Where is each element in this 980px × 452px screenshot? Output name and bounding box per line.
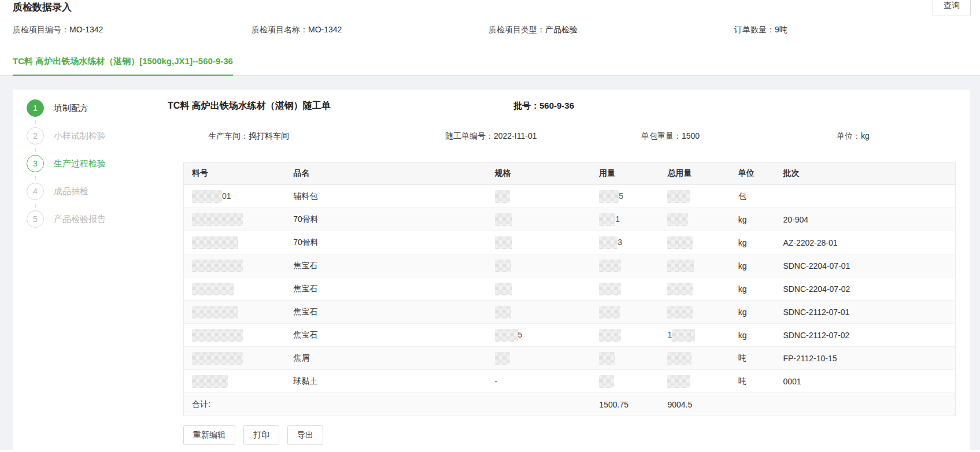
- cell-spec: 5: [487, 324, 591, 347]
- column-header: 品名: [285, 162, 486, 185]
- cell-code: 01: [184, 185, 286, 208]
- cell-batch: 20-904: [775, 208, 955, 231]
- info-label: 单包重量：: [641, 131, 682, 140]
- masked-fragment: 3: [617, 237, 622, 246]
- info-value: MO-1342: [69, 25, 103, 34]
- worksheet-title: TC料 高炉出铁场水练材（湛钢）随工单: [168, 99, 513, 112]
- cell-qty: [591, 277, 659, 301]
- step-item-小样试制检验[interactable]: 2小样试制检验: [27, 127, 168, 145]
- masked-value: [667, 283, 693, 295]
- cell-total: [659, 231, 730, 254]
- table-row: 焦宝石kgSDNC-2204-07-02: [184, 277, 956, 301]
- masked-value: [192, 190, 222, 203]
- project-info-row: 质检项目编号：MO-1342质检项目名称：MO-1342质检项目类型：产品检验订…: [0, 25, 980, 35]
- cell-batch: SDNC-2112-07-01: [775, 301, 955, 324]
- project-info-item: 质检项目类型：产品检验: [489, 25, 734, 35]
- step-label: 生产过程检验: [54, 158, 106, 169]
- masked-value: [667, 375, 690, 388]
- info-label: 单位：: [837, 131, 861, 140]
- step-label: 成品抽检: [54, 186, 88, 197]
- cell-name: 焦宝石: [285, 277, 486, 301]
- cell-unit: 包: [730, 185, 775, 208]
- step-item-产品检验报告[interactable]: 5产品检验报告: [27, 210, 168, 228]
- query-button[interactable]: 查询: [933, 0, 971, 16]
- cell-qty: 5: [591, 185, 659, 208]
- cell-total: [659, 254, 730, 277]
- worksheet-info-item: 单包重量：1500: [641, 131, 837, 141]
- step-label: 产品检验报告: [54, 214, 106, 225]
- step-connector: [27, 145, 168, 155]
- project-info-item: 质检项目名称：MO-1342: [252, 25, 489, 35]
- masked-value: [667, 260, 694, 272]
- action-button-导出[interactable]: 导出: [287, 425, 323, 445]
- cell-name: 焦屑: [285, 347, 486, 370]
- cell-spec: [487, 208, 591, 231]
- cell-qty: [591, 370, 659, 393]
- worksheet-info-row: 生产车间：捣打料车间随工单编号：2022-I11-01单包重量：1500单位：k…: [168, 131, 970, 141]
- step-connector-dash: [35, 203, 36, 208]
- cell-spec: [487, 185, 591, 208]
- masked-value: [599, 283, 621, 295]
- cell-batch: [775, 185, 955, 208]
- info-value: 捣打料车间: [249, 131, 289, 140]
- cell-spec: [487, 254, 591, 277]
- masked-fragment: 5: [518, 329, 523, 339]
- cell-unit: kg: [730, 324, 775, 347]
- table-body: 01辅料包5包70骨料1kg20-90470骨料3kgAZ-2202-28-01…: [184, 185, 956, 393]
- masked-value: [672, 329, 695, 342]
- materials-table: 料号品名规格用量总用量单位批次 01辅料包5包70骨料1kg20-90470骨料…: [183, 162, 956, 416]
- batch-value: 560-9-36: [539, 101, 574, 110]
- info-value: 1500: [682, 131, 700, 140]
- info-value: 2022-I11-01: [494, 131, 537, 140]
- masked-value: [192, 283, 234, 295]
- info-value: kg: [861, 131, 870, 140]
- cell-total: [659, 185, 730, 208]
- masked-value: [495, 306, 511, 318]
- info-label: 生产车间：: [208, 131, 249, 140]
- cell-code: [184, 208, 286, 231]
- masked-value: [495, 283, 512, 295]
- cell-batch: SDNC-2204-07-02: [775, 277, 955, 301]
- step-item-成品抽检[interactable]: 4成品抽检: [27, 183, 168, 200]
- step-connector-dash: [35, 148, 36, 152]
- step-number-icon: 3: [27, 155, 44, 172]
- info-value: MO-1342: [308, 25, 342, 34]
- masked-value: [667, 190, 690, 203]
- step-item-填制配方[interactable]: 1填制配方: [27, 99, 168, 117]
- cell-unit: kg: [730, 254, 775, 277]
- masked-value: [192, 329, 243, 342]
- cell-total: [659, 301, 730, 324]
- info-label: 质检项目编号：: [13, 25, 69, 34]
- step-item-生产过程检验[interactable]: 3生产过程检验: [27, 155, 168, 172]
- cell-total: [659, 277, 730, 301]
- cell-total: [659, 347, 730, 370]
- table-row: 球黏土-吨0001: [184, 370, 956, 393]
- table-header-row: 料号品名规格用量总用量单位批次: [184, 162, 956, 185]
- cell-qty: 1: [591, 208, 659, 231]
- step-label: 小样试制检验: [54, 131, 106, 142]
- cell-code: [184, 347, 286, 370]
- masked-value: [192, 375, 228, 388]
- masked-value: [599, 213, 615, 226]
- table-row: 01辅料包5包: [184, 185, 956, 208]
- masked-value: [495, 329, 518, 342]
- cell-code: [184, 324, 286, 347]
- cell-name: 辅料包: [285, 185, 486, 208]
- tab-worksheet[interactable]: TC料 高炉出铁场水练材（湛钢）[1500kg,JX1]--560-9-36: [13, 56, 233, 76]
- masked-value: [599, 375, 614, 388]
- info-label: 订单数量：: [734, 25, 775, 34]
- table-row: 焦宝石51kgSDNC-2112-07-02: [184, 324, 956, 347]
- sum-total: 9004.5: [659, 393, 730, 416]
- cell-spec: [487, 301, 591, 324]
- step-label: 填制配方: [54, 103, 88, 114]
- action-button-打印[interactable]: 打印: [243, 425, 279, 445]
- cell-unit: 吨: [730, 370, 775, 393]
- action-button-重新编辑[interactable]: 重新编辑: [183, 425, 235, 445]
- info-label: 随工单编号：: [445, 131, 494, 140]
- cell-name: 70骨料: [285, 231, 486, 254]
- process-stepper: 1填制配方2小样试制检验3生产过程检验4成品抽检5产品检验报告: [13, 90, 168, 452]
- step-number-icon: 4: [27, 183, 44, 200]
- table-row: 70骨料1kg20-904: [184, 208, 956, 231]
- masked-value: [599, 306, 620, 318]
- cell-unit: 吨: [730, 347, 775, 370]
